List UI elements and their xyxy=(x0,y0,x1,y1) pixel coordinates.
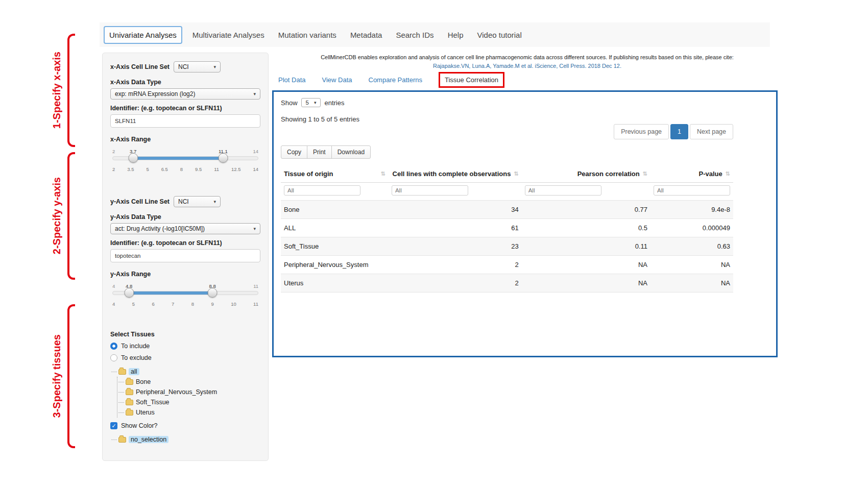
sort-icon[interactable]: ⇅ xyxy=(514,170,518,177)
nav-tab-video-tutorial[interactable]: Video tutorial xyxy=(473,27,525,43)
nav-tab-search-ids[interactable]: Search IDs xyxy=(392,27,437,43)
nav-tab-univariate-analyses[interactable]: Univariate Analyses xyxy=(104,26,182,44)
y-axis-range-slider[interactable]: 4 11 4.8 8.8 4 5 6 7 8 9 10 11 xyxy=(112,291,258,316)
y-cell-line-set-row: y-Axis Cell Line Set NCI ▾ xyxy=(110,196,260,207)
slider-track[interactable] xyxy=(112,291,258,295)
control-sidebar: x-Axis Cell Line Set NCI ▾ x-Axis Data T… xyxy=(102,53,269,461)
x-data-type-label: x-Axis Data Type xyxy=(110,79,260,86)
slider-handle-right[interactable] xyxy=(218,153,228,163)
column-header-tissue-of-origin[interactable]: Tissue of origin ⇅ xyxy=(281,165,389,183)
citation-reference-link[interactable]: Rajapakse.VN, Luna.A, Yamade.M et al. iS… xyxy=(278,62,776,70)
selection-tree: no_selection xyxy=(110,434,260,445)
nav-tab-mutation-variants[interactable]: Mutation variants xyxy=(275,27,340,43)
table-row[interactable]: ALL 61 0.5 0.000049 xyxy=(281,219,733,237)
folder-icon xyxy=(126,410,133,416)
copy-button[interactable]: Copy xyxy=(281,145,307,159)
tab-view-data[interactable]: View Data xyxy=(322,76,352,84)
show-color-checkbox[interactable]: ✓ Show Color? xyxy=(110,422,260,429)
x-data-type-select[interactable]: exp: mRNA Expression (log2) ▾ xyxy=(110,88,260,100)
x-axis-range-slider[interactable]: 2 14 3.7 11.1 2 3.5 5 6.5 8 9.5 11 12.5 … xyxy=(112,156,258,182)
column-header-p-value[interactable]: P-value ⇅ xyxy=(650,165,733,183)
annotation-step-3: 3-Specify tissues xyxy=(51,304,75,448)
tick-label: 5 xyxy=(146,166,149,172)
slider-max-label: 14 xyxy=(253,149,258,154)
slider-tick-labels: 2 3.5 5 6.5 8 9.5 11 12.5 14 xyxy=(112,166,258,172)
folder-icon xyxy=(118,369,126,375)
citation-block: CellMinerCDB enables exploration and ana… xyxy=(278,53,776,70)
slider-min-label: 4 xyxy=(112,283,115,289)
tree-item-label: Soft_Tissue xyxy=(136,399,170,406)
tick-label: 11 xyxy=(253,301,258,307)
tree-item-label: no_selection xyxy=(129,436,168,443)
slider-handle-left[interactable] xyxy=(128,153,138,163)
slider-handle-left[interactable] xyxy=(124,288,134,298)
tree-item-soft-tissue[interactable]: Soft_Tissue xyxy=(117,397,260,407)
x-cell-line-set-select[interactable]: NCI ▾ xyxy=(174,61,221,72)
show-label: Show xyxy=(281,99,298,107)
y-data-type-label: y-Axis Data Type xyxy=(110,213,260,221)
tree-item-no-selection[interactable]: no_selection xyxy=(110,434,260,445)
filter-cell-lines-input[interactable] xyxy=(392,185,468,196)
tree-item-bone[interactable]: Bone xyxy=(117,377,260,387)
table-header-row: Tissue of origin ⇅ Cell lines with compl… xyxy=(281,165,733,183)
filter-pearson-input[interactable] xyxy=(525,185,601,196)
chevron-down-icon: ▾ xyxy=(253,226,256,231)
slider-max-label: 11 xyxy=(253,283,258,289)
nav-tab-multivariate-analyses[interactable]: Multivariate Analyses xyxy=(189,27,268,43)
table-info-text: Showing 1 to 5 of 5 entries xyxy=(281,115,733,123)
to-exclude-radio[interactable]: To exclude xyxy=(110,354,260,361)
y-cell-line-set-select[interactable]: NCI ▾ xyxy=(174,196,221,207)
to-include-radio[interactable]: To include xyxy=(110,343,260,350)
tab-tissue-correlation[interactable]: Tissue Correlation xyxy=(439,72,504,88)
tree-item-uterus[interactable]: Uterus xyxy=(117,407,260,418)
nav-tab-help[interactable]: Help xyxy=(444,27,467,43)
filter-p-value-input[interactable] xyxy=(654,185,730,196)
column-header-pearson-correlation[interactable]: Pearson correlation ⇅ xyxy=(522,165,650,183)
page-1-button[interactable]: 1 xyxy=(670,124,688,139)
export-button-group: Copy Print Download xyxy=(281,145,733,159)
table-row[interactable]: Bone 34 0.77 9.4e-8 xyxy=(281,201,733,219)
previous-page-button[interactable]: Previous page xyxy=(614,124,669,139)
x-range-label: x-Axis Range xyxy=(110,136,260,143)
annotation-step-3-label: 3-Specify tissues xyxy=(51,334,63,418)
x-cell-line-set-label: x-Axis Cell Line Set xyxy=(110,63,170,70)
tick-label: 9 xyxy=(211,301,213,307)
entries-label: entries xyxy=(324,99,344,107)
column-header-label: P-value xyxy=(699,170,722,178)
column-header-label: Cell lines with complete observations xyxy=(393,170,511,178)
tick-label: 11 xyxy=(214,166,219,172)
table-row[interactable]: Uterus 2 NA NA xyxy=(281,274,733,292)
y-identifier-input[interactable] xyxy=(110,249,260,262)
select-tissues-label: Select Tissues xyxy=(110,331,260,338)
next-page-button[interactable]: Next page xyxy=(690,124,733,139)
tree-item-all[interactable]: all xyxy=(110,367,260,377)
sort-icon[interactable]: ⇅ xyxy=(381,170,385,177)
tab-plot-data[interactable]: Plot Data xyxy=(278,76,305,84)
table-row[interactable]: Peripheral_Nervous_System 2 NA NA xyxy=(281,256,733,274)
sort-icon[interactable]: ⇅ xyxy=(643,170,647,177)
cell-pearson: 0.5 xyxy=(522,219,650,237)
show-color-label: Show Color? xyxy=(121,422,158,429)
download-button[interactable]: Download xyxy=(331,145,371,159)
folder-icon xyxy=(126,389,133,395)
table-row[interactable]: Soft_Tissue 23 0.11 0.63 xyxy=(281,237,733,256)
citation-text: CellMinerCDB enables exploration and ana… xyxy=(278,53,776,62)
print-button[interactable]: Print xyxy=(307,145,332,159)
slider-handle-right[interactable] xyxy=(208,288,218,298)
tree-item-label: Peripheral_Nervous_System xyxy=(136,388,217,396)
sort-icon[interactable]: ⇅ xyxy=(726,170,730,177)
nav-tab-metadata[interactable]: Metadata xyxy=(347,27,386,43)
to-include-label: To include xyxy=(121,343,150,350)
folder-icon xyxy=(126,400,133,405)
filter-tissue-input[interactable] xyxy=(284,185,360,196)
tick-label: 12.5 xyxy=(231,166,241,172)
annotation-bracket xyxy=(67,34,75,147)
y-data-type-select[interactable]: act: Drug Activity (-log10[IC50M]) ▾ xyxy=(110,223,260,234)
checkbox-checked-icon: ✓ xyxy=(110,422,117,429)
tab-compare-patterns[interactable]: Compare Patterns xyxy=(369,76,423,84)
page-length-select[interactable]: 5 ▾ xyxy=(301,98,321,107)
cell-pearson: NA xyxy=(522,256,650,274)
tree-item-peripheral-nervous-system[interactable]: Peripheral_Nervous_System xyxy=(117,387,260,397)
x-identifier-input[interactable] xyxy=(110,114,260,128)
column-header-cell-lines[interactable]: Cell lines with complete observations ⇅ xyxy=(389,165,522,183)
